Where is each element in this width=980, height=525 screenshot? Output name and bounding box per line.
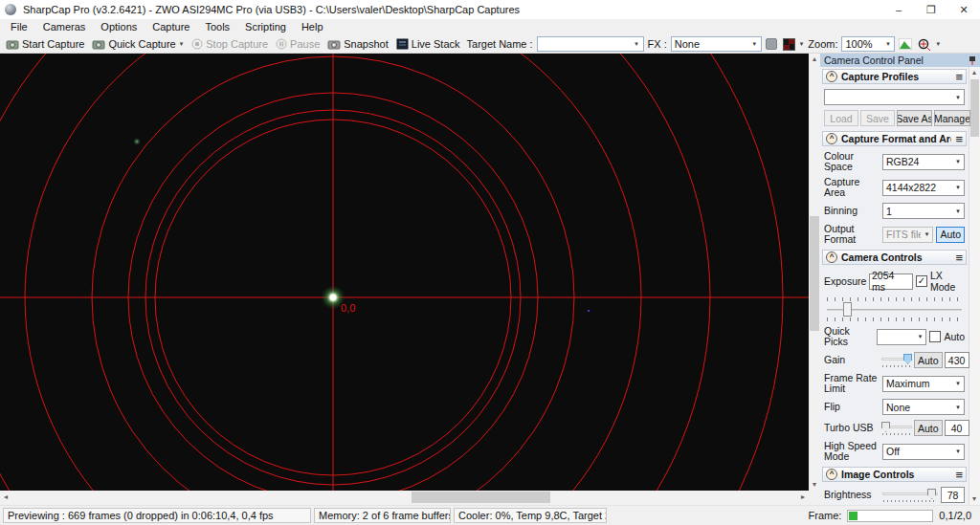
section-menu-icon[interactable]: ≡	[955, 71, 963, 83]
gain-auto-button[interactable]: Auto	[914, 352, 943, 368]
chevron-down-icon[interactable]: ▾	[935, 40, 941, 48]
profile-buttons-row: Load Save Save As Manage	[824, 110, 965, 126]
selection-area-button[interactable]	[764, 36, 779, 53]
section-menu-icon[interactable]: ≡	[955, 252, 963, 264]
collapse-icon[interactable]: ^	[826, 469, 837, 480]
image-horizontal-scrollbar[interactable]: ◂ ▸	[0, 491, 809, 504]
exposure-slider-thumb[interactable]	[843, 302, 852, 317]
output-format-combo: FITS file... ▾	[882, 227, 933, 243]
collapse-icon[interactable]: ^	[826, 252, 837, 263]
restore-button[interactable]: ❐	[915, 0, 947, 19]
quick-capture-button[interactable]: Quick Capture ▾	[89, 36, 187, 53]
histogram-button[interactable]	[897, 36, 914, 53]
star-core	[330, 295, 336, 300]
menu-cameras[interactable]: Cameras	[35, 19, 94, 35]
turbo-usb-auto-button[interactable]: Auto	[914, 420, 943, 436]
dark-frame-button[interactable]	[781, 36, 797, 53]
output-format-value: FITS file...	[883, 229, 921, 240]
turbo-usb-slider-thumb[interactable]	[881, 422, 890, 432]
turbo-usb-input[interactable]: 40	[945, 420, 969, 436]
capture-format-header[interactable]: ^ Capture Format and Area ≡	[822, 131, 967, 146]
colour-space-combo[interactable]: RGB24 ▾	[882, 154, 965, 170]
exposure-input[interactable]: 2054 ms	[869, 273, 913, 290]
capture-area-value: 4144x2822	[883, 182, 952, 193]
menu-capture[interactable]: Capture	[145, 19, 197, 35]
profile-combo[interactable]: ▾	[824, 89, 965, 105]
exposure-auto-checkbox[interactable]	[929, 331, 941, 342]
scroll-right-icon[interactable]: ▸	[797, 492, 809, 503]
chevron-down-icon: ▾	[631, 40, 643, 48]
flip-combo[interactable]: None ▾	[882, 399, 965, 415]
pause-button: Pause	[273, 36, 323, 53]
gain-input[interactable]: 430	[945, 352, 969, 368]
live-stack-button[interactable]: Live Stack	[393, 36, 463, 53]
panel-scroll-thumb[interactable]	[970, 79, 979, 137]
close-button[interactable]: ✕	[947, 0, 980, 19]
scroll-left-icon[interactable]: ◂	[0, 492, 11, 503]
lx-mode-checkbox[interactable]: ✓	[916, 275, 927, 287]
start-capture-button[interactable]: Start Capture	[3, 36, 87, 53]
colour-space-label: Colour Space	[824, 151, 880, 172]
start-capture-label: Start Capture	[22, 38, 84, 50]
quick-picks-combo[interactable]: ▾	[877, 329, 926, 345]
binning-row: Binning 1 ▾	[824, 203, 965, 219]
reticle-button[interactable]	[916, 36, 933, 53]
section-image-controls: ^ Image Controls ≡ Brightness 78 White B…	[822, 467, 967, 505]
section-title: Camera Controls	[841, 252, 951, 263]
camera-controls-header[interactable]: ^ Camera Controls ≡	[822, 250, 967, 265]
panel-scrollbar[interactable]: ▴ ▾	[969, 67, 980, 505]
panel-body: ^ Capture Profiles ≡ ▾ Load Save Save As…	[820, 67, 969, 505]
scroll-up-icon[interactable]: ▴	[969, 67, 980, 78]
menu-tools[interactable]: Tools	[197, 19, 237, 35]
image-vertical-scrollbar[interactable]: ▴ ▾	[809, 54, 820, 491]
menu-file[interactable]: File	[3, 19, 35, 35]
menu-scripting[interactable]: Scripting	[237, 19, 294, 35]
section-menu-icon[interactable]: ≡	[955, 469, 963, 481]
fx-combo[interactable]: None ▾	[671, 36, 762, 52]
high-speed-combo[interactable]: Off ▾	[882, 444, 965, 460]
gain-slider-thumb[interactable]	[903, 354, 912, 364]
chevron-down-icon: ▾	[952, 184, 964, 191]
brightness-slider[interactable]	[882, 488, 938, 502]
turbo-usb-label: Turbo USB	[824, 423, 880, 433]
scroll-down-icon[interactable]: ▾	[969, 493, 980, 505]
snapshot-button[interactable]: Snapshot	[324, 36, 390, 53]
section-menu-icon[interactable]: ≡	[955, 133, 963, 145]
chevron-down-icon[interactable]: ▾	[799, 40, 805, 48]
exposure-row: Exposure 2054 ms ✓ LX Mode	[824, 270, 965, 293]
turbo-usb-slider[interactable]	[881, 421, 912, 435]
pin-icon[interactable]	[969, 55, 976, 66]
exposure-slider[interactable]	[825, 297, 964, 321]
brightness-slider-thumb[interactable]	[927, 489, 936, 499]
colour-space-row: Colour Space RGB24 ▾	[824, 151, 965, 172]
scroll-up-icon[interactable]: ▴	[809, 54, 820, 65]
manage-button[interactable]: Manage	[934, 110, 970, 126]
section-title: Capture Profiles	[841, 71, 951, 82]
brightness-input[interactable]: 78	[941, 487, 965, 503]
chevron-down-icon: ▾	[748, 40, 761, 48]
dark-frame-icon	[783, 38, 795, 51]
menu-help[interactable]: Help	[294, 19, 331, 35]
binning-combo[interactable]: 1 ▾	[882, 203, 965, 219]
chevron-down-icon[interactable]: ▾	[179, 40, 185, 48]
output-format-auto-button[interactable]: Auto	[936, 227, 965, 243]
gain-slider[interactable]	[881, 353, 912, 367]
horizontal-scroll-thumb[interactable]	[412, 492, 550, 503]
vertical-scroll-thumb[interactable]	[810, 216, 819, 331]
scroll-down-icon[interactable]: ▾	[809, 479, 820, 491]
zoom-combo[interactable]: 100% ▾	[841, 36, 895, 52]
frame-rate-combo[interactable]: Maximum ▾	[882, 376, 965, 392]
menu-options[interactable]: Options	[93, 19, 145, 35]
target-name-combo[interactable]: ▾	[537, 36, 644, 52]
capture-profiles-header[interactable]: ^ Capture Profiles ≡	[822, 69, 967, 84]
stop-capture-button: Stop Capture	[189, 36, 271, 53]
capture-area-combo[interactable]: 4144x2822 ▾	[882, 180, 965, 196]
image-controls-header[interactable]: ^ Image Controls ≡	[822, 467, 967, 482]
snapshot-icon	[327, 39, 341, 50]
reticle-magnifier-icon	[918, 38, 931, 51]
collapse-icon[interactable]: ^	[826, 71, 837, 82]
toolbar: Start Capture Quick Capture ▾ Stop Captu…	[0, 35, 980, 54]
save-as-button[interactable]: Save As	[897, 110, 932, 126]
collapse-icon[interactable]: ^	[826, 133, 837, 144]
minimize-button[interactable]: –	[882, 0, 915, 19]
